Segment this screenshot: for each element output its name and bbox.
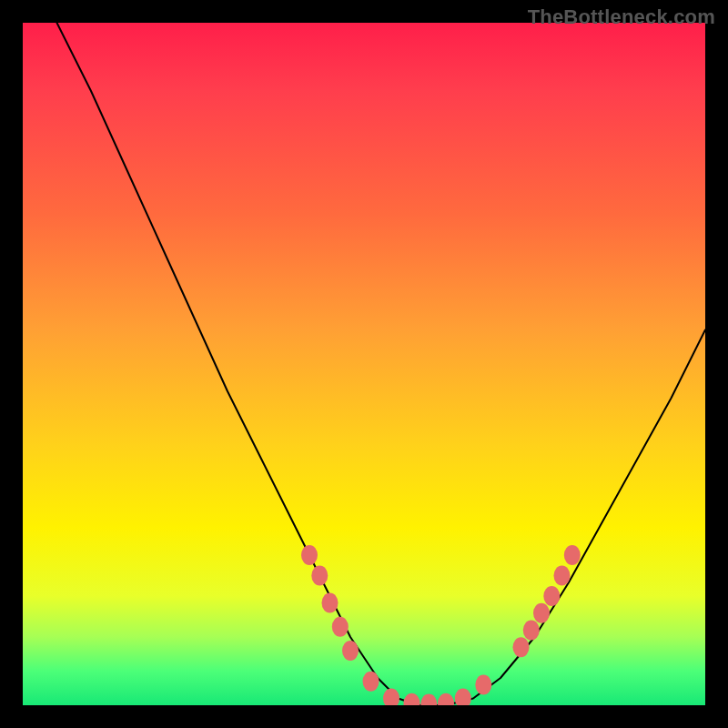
curve-marker [533, 603, 550, 623]
curve-marker [455, 689, 471, 706]
curve-marker [523, 621, 540, 641]
curve-marker [383, 689, 399, 706]
curve-marker [513, 637, 530, 657]
curve-markers-group [301, 545, 581, 705]
curve-marker [554, 566, 571, 586]
curve-marker [438, 693, 454, 705]
curve-marker [332, 617, 349, 637]
curve-marker [363, 672, 379, 692]
curve-marker [322, 593, 339, 613]
watermark-text: TheBottleneck.com [528, 5, 715, 29]
curve-marker [564, 545, 581, 565]
curve-marker [311, 566, 328, 586]
curve-marker [301, 545, 318, 565]
curve-marker [404, 693, 420, 705]
curve-overlay [23, 23, 705, 705]
curve-marker [543, 586, 560, 606]
curve-marker [342, 641, 359, 661]
plot-area [23, 23, 705, 705]
curve-marker [420, 694, 437, 706]
chart-container: TheBottleneck.com [0, 0, 728, 728]
bottleneck-curve-line [57, 23, 706, 705]
curve-marker [475, 675, 491, 695]
